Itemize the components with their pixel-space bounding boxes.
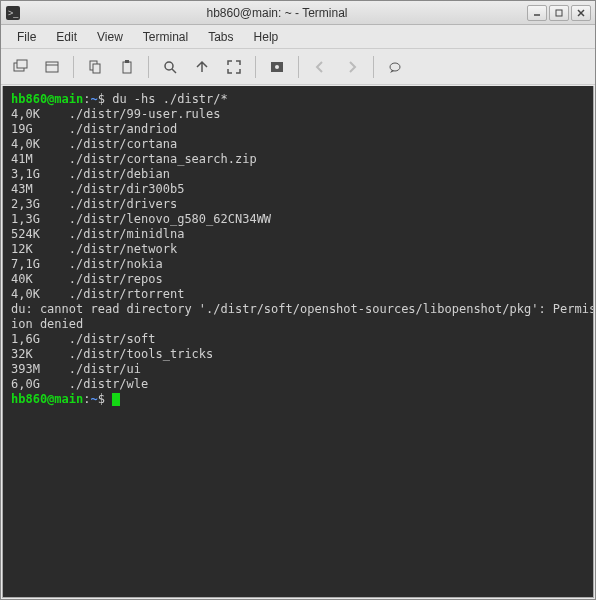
command-text: du -hs ./distr/* — [112, 92, 228, 106]
window-title: hb860@main: ~ - Terminal — [27, 6, 527, 20]
minimize-button[interactable] — [527, 5, 547, 21]
menu-view[interactable]: View — [87, 28, 133, 46]
fullscreen-icon[interactable] — [219, 53, 249, 81]
svg-point-14 — [165, 62, 173, 70]
error-line: du: cannot read directory './distr/soft/… — [11, 302, 594, 331]
toolbar-separator — [298, 56, 299, 78]
maximize-button[interactable] — [549, 5, 569, 21]
close-button[interactable] — [571, 5, 591, 21]
svg-point-18 — [390, 63, 400, 71]
toolbar — [1, 49, 595, 85]
svg-rect-8 — [46, 62, 58, 72]
prompt-symbol: $ — [98, 392, 112, 406]
svg-rect-7 — [17, 60, 27, 68]
find-icon[interactable] — [155, 53, 185, 81]
menu-tabs[interactable]: Tabs — [198, 28, 243, 46]
toolbar-separator — [148, 56, 149, 78]
prompt-user-host: hb860@main — [11, 92, 83, 106]
svg-text:>_: >_ — [8, 8, 19, 18]
prompt-path: ~ — [90, 92, 97, 106]
copy-icon[interactable] — [80, 53, 110, 81]
next-icon[interactable] — [337, 53, 367, 81]
settings-icon[interactable] — [262, 53, 292, 81]
window-controls — [527, 5, 591, 21]
zoom-icon[interactable] — [187, 53, 217, 81]
svg-point-17 — [275, 65, 279, 69]
cursor — [112, 393, 120, 406]
menu-help[interactable]: Help — [244, 28, 289, 46]
prev-icon[interactable] — [305, 53, 335, 81]
svg-rect-11 — [93, 64, 100, 73]
terminal-window: >_ hb860@main: ~ - Terminal File Edit Vi… — [0, 0, 596, 600]
new-tab-icon[interactable] — [5, 53, 35, 81]
prompt-path: ~ — [90, 392, 97, 406]
svg-rect-12 — [123, 62, 131, 73]
toolbar-separator — [73, 56, 74, 78]
app-icon: >_ — [5, 5, 21, 21]
svg-rect-3 — [556, 10, 562, 16]
prompt-symbol: $ — [98, 92, 112, 106]
terminal-output[interactable]: hb860@main:~$ du -hs ./distr/* 4,0K ./di… — [2, 86, 594, 598]
new-window-icon[interactable] — [37, 53, 67, 81]
titlebar: >_ hb860@main: ~ - Terminal — [1, 1, 595, 25]
menu-edit[interactable]: Edit — [46, 28, 87, 46]
about-icon[interactable] — [380, 53, 410, 81]
toolbar-separator — [373, 56, 374, 78]
toolbar-separator — [255, 56, 256, 78]
menu-file[interactable]: File — [7, 28, 46, 46]
prompt-user-host: hb860@main — [11, 392, 83, 406]
svg-rect-13 — [125, 60, 129, 63]
paste-icon[interactable] — [112, 53, 142, 81]
svg-line-15 — [172, 69, 176, 73]
menubar: File Edit View Terminal Tabs Help — [1, 25, 595, 49]
menu-terminal[interactable]: Terminal — [133, 28, 198, 46]
